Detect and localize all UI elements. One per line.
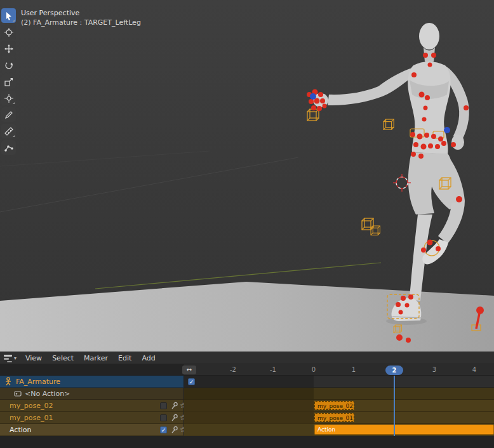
transform-icon [4,94,13,103]
strip-label: Action [315,425,493,433]
armature-enable-checkbox[interactable]: ✓ [188,378,195,385]
viewport-overlay-text: User Perspective (2) FA_Armature : TARGE… [21,8,141,27]
menu-edit[interactable]: Edit [113,352,137,364]
playhead-line[interactable] [394,376,395,436]
channel-my-pose-01[interactable]: my_pose_01 ☆ [0,412,184,424]
channel-label: FA_Armature [16,378,60,386]
nla-editor: ▾ View Select Marker Edit Add ↔ -2 -1 0 … [0,352,494,448]
menu-select[interactable]: Select [47,352,79,364]
menu-add[interactable]: Add [137,352,160,364]
ruler-tick: -2 [230,366,236,373]
viewport-canvas[interactable] [0,0,494,352]
ruler-tick: -1 [270,366,276,373]
prerange-shade [184,376,314,387]
tool-transform-button[interactable] [1,91,16,105]
tool-cursor-button[interactable] [1,25,16,39]
prerange-shade [184,424,314,435]
channel-my-pose-02[interactable]: my_pose_02 ☆ [0,400,184,412]
measure-ruler-icon [4,127,13,136]
armature-icon [4,377,13,386]
nodes-icon [4,143,13,152]
nla-empty-area [0,436,494,448]
tool-move-button[interactable] [1,41,16,56]
viewport-3d[interactable]: User Perspective (2) FA_Armature : TARGE… [0,0,494,352]
strip-my-pose-01[interactable]: my_pose_01 [314,413,354,422]
channel-fa-armature[interactable]: FA_Armature [0,376,184,388]
tool-select-box-button[interactable] [1,8,16,23]
menu-view[interactable]: View [20,352,47,364]
scale-icon [4,77,13,86]
ruler-tick: 1 [352,366,356,373]
rotate-icon [4,61,13,70]
viewport-grid [0,151,381,289]
annotate-pencil-icon [4,110,13,119]
action-icon [14,390,22,397]
strip-label: my_pose_02 [315,402,354,409]
timeline-track-my-pose-01[interactable]: my_pose_01 [184,412,494,424]
track-row-action: Action ✓ ☆ Action [0,424,494,436]
viewport-active-object-label: (2) FA_Armature : TARGET_LeftLeg [21,18,141,27]
channel-no-action[interactable]: <No Action> [0,388,184,400]
timeline-track-armature[interactable] [184,376,494,388]
tool-scale-button[interactable] [1,74,16,89]
move-icon [4,44,13,53]
channel-header-area [0,364,184,375]
channel-label: Action [10,426,31,434]
nla-header: ▾ View Select Marker Edit Add [0,352,494,364]
pin-icon[interactable] [171,402,178,409]
mannequin-figure [313,23,469,321]
channel-label: <No Action> [25,390,70,398]
timeline-track-action[interactable]: Action [184,424,494,436]
range-toggle-button[interactable]: ↔ [182,366,196,374]
ruler-tick: 4 [472,366,476,373]
strip-action[interactable]: Action [314,425,494,435]
select-cursor-icon [4,11,13,20]
tool-rotate-button[interactable] [1,58,16,72]
track-mute-checkbox[interactable] [160,402,167,409]
prerange-shade [184,388,314,399]
track-row-no-action: <No Action> [0,388,494,400]
track-row-my-pose-02: my_pose_02 ☆ my_pose_02 [0,400,494,412]
prerange-shade [184,412,314,423]
cursor-crosshair-icon [4,28,13,37]
channel-label: my_pose_01 [10,414,53,422]
3d-cursor-icon [393,174,411,192]
menu-marker[interactable]: Marker [79,352,113,364]
ruler-tick: 0 [312,366,316,373]
strip-my-pose-02[interactable]: my_pose_02 [314,401,354,410]
strip-label: my_pose_01 [315,414,354,421]
nla-editor-icon [3,354,13,362]
blender-window: User Perspective (2) FA_Armature : TARGE… [0,0,494,448]
track-mute-checkbox[interactable] [160,414,167,421]
viewport-toolbar [1,8,17,155]
editor-type-button[interactable]: ▾ [0,352,20,364]
track-mute-checkbox[interactable]: ✓ [160,426,167,433]
track-row-my-pose-01: my_pose_01 ☆ my_pose_01 [0,412,494,424]
timeline-ruler[interactable]: ↔ -2 -1 0 1 3 4 2 [0,364,494,376]
ruler-tick: 3 [432,366,436,373]
timeline-track-no-action[interactable] [184,388,494,400]
prerange-shade [184,400,314,411]
tool-measure-button[interactable] [1,124,16,138]
tool-extra-button[interactable] [1,140,16,155]
track-row-armature: FA_Armature ✓ [0,376,494,388]
current-frame-indicator[interactable]: 2 [385,366,403,375]
pin-icon[interactable] [171,414,178,421]
channel-action[interactable]: Action ✓ ☆ [0,424,184,436]
timeline-track-my-pose-02[interactable]: my_pose_02 [184,400,494,412]
channel-label: my_pose_02 [10,402,53,410]
viewport-mode-label: User Perspective [21,8,141,18]
chevron-down-icon: ▾ [14,355,17,361]
pin-icon[interactable] [171,426,178,433]
tool-annotate-button[interactable] [1,107,16,122]
